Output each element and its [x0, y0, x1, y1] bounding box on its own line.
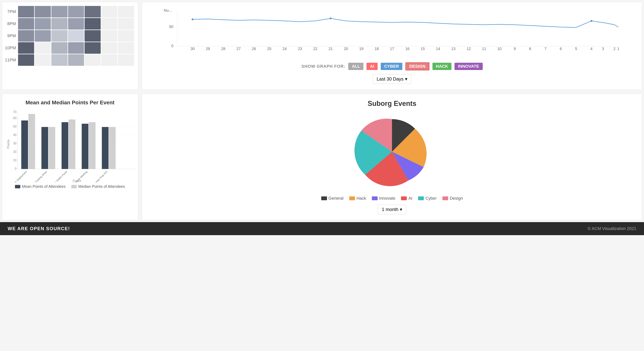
heatmap-panel: 7PM8PM9PM10PM11PM: [2, 2, 138, 90]
svg-text:13: 13: [451, 46, 456, 51]
heatmap-cell: [52, 6, 68, 18]
svg-text:10: 10: [497, 46, 502, 51]
tag-innovate[interactable]: INNOVATE: [454, 63, 482, 70]
heatmap-cell: [35, 42, 51, 54]
svg-text:14: 14: [436, 46, 440, 51]
piechart-panel: Suborg Events General: [142, 94, 642, 220]
heatmap-row-label: 11PM: [6, 54, 18, 66]
heatmap-cell: [18, 42, 34, 54]
heatmap-cell: [101, 18, 117, 30]
bar-mean-1: [21, 120, 28, 169]
tag-ai[interactable]: AI: [366, 63, 378, 70]
heatmap-grid: 7PM8PM9PM10PM11PM: [6, 6, 134, 66]
pie-legend-hack: Hack: [349, 196, 366, 201]
svg-text:17: 17: [390, 46, 394, 51]
tag-cyber[interactable]: CYBER: [381, 63, 402, 70]
heatmap-cell: [68, 30, 84, 42]
heatmap-cell: [84, 30, 101, 42]
heatmap-cell: [68, 6, 84, 18]
pie-legend-hack-box: [349, 196, 355, 200]
chevron-down-icon-pie: ▾: [400, 207, 402, 212]
heatmap-row-label: 9PM: [6, 30, 18, 42]
pie-legend: General Hack Innovate AI Cyber: [321, 196, 463, 201]
svg-text:ACM x HKN: FAMG Panel: ACM x HKN: FAMG Panel: [45, 170, 68, 182]
heatmap-cell: [52, 18, 68, 30]
pie-legend-cyber-label: Cyber: [425, 196, 437, 201]
svg-text:24: 24: [282, 46, 287, 51]
tag-hack[interactable]: HACK: [432, 63, 452, 70]
piechart-svg: [352, 112, 432, 192]
heatmap-cell: [118, 18, 134, 30]
legend-median-label: Median Points of Attendees: [78, 184, 125, 189]
pie-legend-general: General: [321, 196, 344, 201]
footer-left: WE ARE OPEN SOURCE!: [8, 226, 70, 231]
heatmap-cell: [18, 30, 34, 42]
pie-legend-ai-label: AI: [408, 196, 412, 201]
footer-right: © ACM Visualization 2021: [588, 226, 636, 231]
svg-text:40: 40: [13, 133, 16, 136]
bar-median-4: [89, 122, 96, 169]
heatmap-row-label: 7PM: [6, 6, 18, 18]
svg-text:3: 3: [602, 46, 604, 51]
pie-legend-ai-box: [401, 196, 407, 200]
pie-dropdown-label: 1 month: [382, 207, 398, 212]
svg-text:8: 8: [529, 46, 531, 51]
bar-median-3: [69, 120, 75, 169]
svg-text:70: 70: [13, 110, 16, 114]
heatmap-cell: [101, 30, 117, 42]
dropdown-label: Last 30 Days: [377, 76, 404, 82]
heatmap-cell: [35, 30, 51, 42]
heatmap-row-label: 10PM: [6, 42, 18, 54]
svg-text:11: 11: [482, 46, 486, 51]
chevron-down-icon: ▾: [405, 76, 407, 82]
svg-text:60: 60: [13, 116, 16, 120]
svg-text:10: 10: [13, 158, 16, 162]
bar-mean-2: [42, 127, 48, 169]
pie-legend-ai: AI: [401, 196, 412, 201]
pie-legend-cyber-box: [418, 196, 424, 200]
svg-text:20: 20: [344, 46, 348, 51]
legend-median-box: [71, 185, 77, 188]
svg-text:25: 25: [267, 46, 271, 51]
heatmap-cell: [68, 42, 84, 54]
svg-text:0: 0: [171, 44, 173, 48]
data-point: [192, 18, 194, 20]
svg-text:20: 20: [13, 150, 16, 154]
barchart-legend: Mean Points of Attendees Median Points o…: [6, 184, 134, 189]
pie-legend-innovate: Innovate: [372, 196, 395, 201]
data-point: [330, 18, 332, 19]
heatmap-row-label: 8PM: [6, 18, 18, 30]
svg-text:22: 22: [313, 46, 318, 51]
svg-text:26: 26: [252, 46, 256, 51]
tag-design[interactable]: DESIGN: [406, 62, 429, 70]
pie-legend-design: Design: [442, 196, 463, 201]
piechart-title: Suborg Events: [368, 100, 416, 108]
svg-text:23: 23: [298, 46, 302, 51]
svg-text:7: 7: [544, 46, 546, 51]
svg-text:1: 1: [617, 46, 619, 51]
pie-legend-cyber: Cyber: [418, 196, 437, 201]
heatmap-cell: [35, 18, 51, 30]
legend-mean-label: Mean Points of Attendees: [22, 184, 66, 189]
last-30-days-dropdown[interactable]: Last 30 Days ▾: [373, 74, 411, 84]
linechart-panel: Nu... 50 0 30 29: [142, 2, 642, 90]
line-path: [192, 18, 618, 28]
main-content: 7PM8PM9PM10PM11PM Nu... 50 0: [0, 0, 644, 235]
heatmap-cell: [84, 54, 101, 66]
svg-text:12: 12: [466, 46, 471, 51]
svg-text:19: 19: [359, 46, 364, 51]
heatmap-cell: [101, 54, 117, 66]
heatmap-cell: [84, 42, 101, 54]
heatmap-cell: [118, 42, 134, 54]
heatmap-cell: [52, 30, 68, 42]
tag-all[interactable]: ALL: [348, 63, 364, 70]
1-month-dropdown[interactable]: 1 month ▾: [378, 205, 406, 214]
heatmap-cell: [18, 54, 34, 66]
heatmap-cell: [18, 18, 34, 30]
heatmap-cell: [101, 42, 117, 54]
y-axis-label: Nu...: [164, 8, 172, 12]
svg-text:15: 15: [420, 46, 425, 51]
svg-text:5: 5: [575, 46, 577, 51]
svg-text:50: 50: [169, 24, 173, 29]
pie-legend-design-label: Design: [450, 196, 463, 201]
